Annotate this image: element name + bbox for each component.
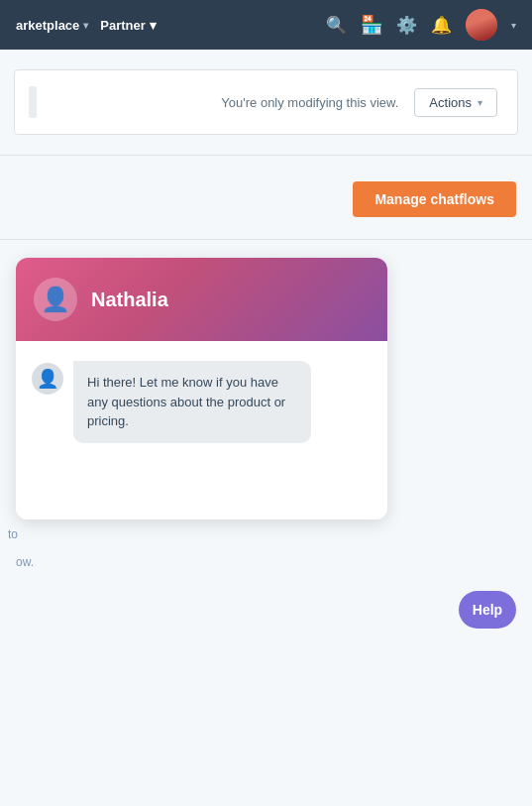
actions-caret: ▾ xyxy=(478,97,482,108)
bottom-note: ow. xyxy=(16,555,34,569)
bottom-text: ow. xyxy=(0,541,532,573)
chat-bubble: Hi there! Let me know if you have any qu… xyxy=(73,361,311,443)
left-stub xyxy=(29,86,37,118)
bottom-note-left: to xyxy=(0,519,532,541)
notification-text: You're only modifying this view. xyxy=(221,95,398,110)
top-navigation: arketplace ▾ Partner ▾ 🔍 🏪 ⚙️ 🔔 ▾ xyxy=(0,0,532,50)
marketplace-chevron: ▾ xyxy=(83,20,88,31)
marketplace-label: arketplace xyxy=(16,18,79,33)
partner-label: Partner xyxy=(100,18,146,33)
chat-agent-name: Nathalia xyxy=(91,288,168,311)
actions-button[interactable]: Actions ▾ xyxy=(414,88,497,117)
chat-body: 👤 Hi there! Let me know if you have any … xyxy=(16,341,387,519)
chat-message-text: Hi there! Let me know if you have any qu… xyxy=(87,375,285,428)
chat-header: 👤 Nathalia xyxy=(16,258,387,341)
partner-chevron: ▾ xyxy=(150,18,157,33)
marketplace-nav[interactable]: arketplace ▾ xyxy=(16,18,88,33)
nav-icons-group: 🔍 🏪 ⚙️ 🔔 ▾ xyxy=(326,9,516,41)
avatar-chevron[interactable]: ▾ xyxy=(511,20,516,31)
message-avatar-icon: 👤 xyxy=(37,368,58,390)
divider-2 xyxy=(0,239,532,240)
divider-1 xyxy=(0,155,532,156)
chat-message-row: 👤 Hi there! Let me know if you have any … xyxy=(32,361,372,443)
chat-widget: 👤 Nathalia 👤 Hi there! Let me know if yo… xyxy=(16,258,387,519)
search-icon[interactable]: 🔍 xyxy=(326,15,347,36)
help-button[interactable]: Help xyxy=(459,591,516,629)
chat-preview-section: 👤 Nathalia 👤 Hi there! Let me know if yo… xyxy=(0,258,532,519)
manage-chatflows-label: Manage chatflows xyxy=(374,191,494,207)
manage-chatflows-section: Manage chatflows xyxy=(0,164,532,235)
manage-chatflows-button[interactable]: Manage chatflows xyxy=(353,181,516,217)
agent-avatar-icon: 👤 xyxy=(41,286,70,313)
actions-label: Actions xyxy=(429,95,472,110)
partner-nav[interactable]: Partner ▾ xyxy=(100,18,157,33)
store-icon[interactable]: 🏪 xyxy=(361,14,382,36)
message-avatar: 👤 xyxy=(32,363,63,395)
notification-icon[interactable]: 🔔 xyxy=(431,15,452,36)
settings-icon[interactable]: ⚙️ xyxy=(396,15,417,36)
help-label: Help xyxy=(473,602,502,618)
notification-bar: You're only modifying this view. Actions… xyxy=(14,69,518,135)
bottom-note-text: to xyxy=(8,527,18,541)
chat-agent-avatar: 👤 xyxy=(34,278,77,321)
help-button-wrap: Help xyxy=(0,573,532,638)
avatar[interactable] xyxy=(466,9,497,41)
